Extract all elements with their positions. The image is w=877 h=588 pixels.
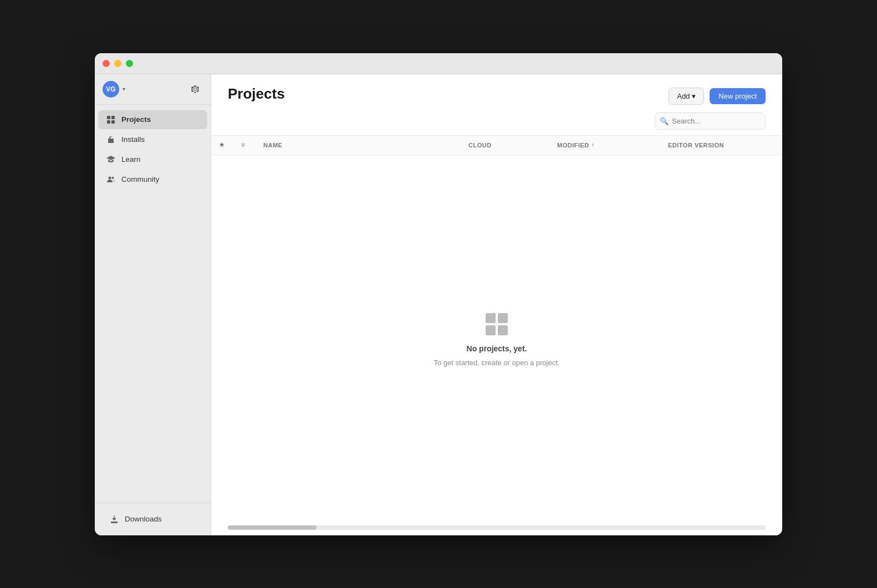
- empty-icon-cell-2: [498, 313, 508, 323]
- page-title: Projects: [228, 85, 285, 103]
- empty-state-subtitle: To get started, create or open a project…: [434, 359, 560, 367]
- branch-icon: ⑂: [241, 142, 246, 149]
- empty-state-icon: [486, 313, 508, 335]
- add-chevron-icon: ▾: [692, 92, 696, 100]
- star-icon: ★: [219, 141, 225, 149]
- new-project-button[interactable]: New project: [710, 88, 766, 104]
- svg-point-5: [112, 177, 114, 179]
- grid-icon: [106, 115, 116, 125]
- main-header: Projects Add ▾ New project: [211, 74, 782, 105]
- sidebar-item-learn[interactable]: Learn: [98, 150, 207, 169]
- close-button[interactable]: [103, 60, 110, 67]
- col-name-label: NAME: [263, 142, 282, 149]
- titlebar: [95, 53, 782, 74]
- svg-rect-3: [111, 120, 115, 124]
- app-window: VG ▾: [95, 53, 782, 535]
- sidebar: VG ▾: [95, 74, 211, 535]
- add-button[interactable]: Add ▾: [669, 88, 704, 105]
- sidebar-bottom: Downloads: [95, 503, 211, 535]
- svg-point-4: [109, 176, 111, 179]
- settings-button[interactable]: [187, 81, 203, 97]
- empty-icon-cell-1: [486, 313, 496, 323]
- learn-label: Learn: [121, 155, 141, 163]
- svg-rect-2: [107, 120, 110, 124]
- new-project-label: New project: [718, 92, 757, 100]
- svg-rect-6: [111, 522, 118, 523]
- col-header-editor-version[interactable]: EDITOR VERSION: [666, 142, 777, 149]
- add-label: Add: [677, 92, 690, 100]
- projects-label: Projects: [121, 115, 151, 124]
- chevron-down-icon: ▾: [123, 86, 125, 92]
- search-bar-row: 🔍: [211, 105, 782, 135]
- empty-state: No projects, yet. To get started, create…: [211, 155, 782, 525]
- traffic-lights: [103, 60, 133, 67]
- installs-label: Installs: [121, 135, 145, 144]
- col-header-name[interactable]: NAME: [261, 142, 466, 149]
- sidebar-top: VG ▾: [95, 74, 211, 105]
- col-header-modified[interactable]: MODIFIED ↑: [555, 142, 666, 149]
- scrollbar-thumb[interactable]: [228, 525, 317, 530]
- sort-arrow-icon: ↑: [592, 142, 595, 148]
- search-input[interactable]: [655, 113, 766, 130]
- download-icon: [109, 514, 119, 524]
- empty-icon-cell-3: [486, 325, 496, 335]
- maximize-button[interactable]: [126, 60, 133, 67]
- col-header-cloud[interactable]: CLOUD: [466, 142, 555, 149]
- search-container: 🔍: [655, 113, 766, 130]
- svg-marker-7: [113, 519, 116, 520]
- community-label: Community: [121, 175, 159, 183]
- sidebar-item-downloads[interactable]: Downloads: [101, 510, 204, 529]
- table-header: ★ ⑂ NAME CLOUD MODIFIED ↑: [211, 135, 782, 155]
- user-menu[interactable]: VG ▾: [103, 81, 125, 98]
- people-icon: [106, 175, 116, 185]
- col-modified-label: MODIFIED: [557, 142, 589, 149]
- col-cloud-label: CLOUD: [468, 142, 492, 149]
- avatar: VG: [103, 81, 119, 98]
- search-icon: 🔍: [660, 117, 669, 125]
- col-editor-version-label: EDITOR VERSION: [668, 142, 724, 149]
- mortarboard-icon: [106, 155, 116, 165]
- sidebar-nav: Projects Installs: [95, 105, 211, 503]
- col-header-star[interactable]: ★: [217, 141, 239, 149]
- sidebar-item-installs[interactable]: Installs: [98, 130, 207, 149]
- sidebar-item-community[interactable]: Community: [98, 170, 207, 189]
- main-content: Projects Add ▾ New project 🔍: [211, 74, 782, 535]
- svg-rect-1: [111, 116, 115, 119]
- app-body: VG ▾: [95, 74, 782, 535]
- table-container: ★ ⑂ NAME CLOUD MODIFIED ↑: [211, 135, 782, 525]
- empty-state-title: No projects, yet.: [467, 344, 527, 353]
- lock-icon: [106, 135, 116, 145]
- scrollbar-track[interactable]: [228, 525, 766, 530]
- downloads-label: Downloads: [125, 515, 162, 523]
- sidebar-item-projects[interactable]: Projects: [98, 110, 207, 129]
- svg-rect-0: [107, 116, 110, 119]
- minimize-button[interactable]: [114, 60, 121, 67]
- header-actions: Add ▾ New project: [669, 88, 766, 105]
- col-header-branch[interactable]: ⑂: [239, 142, 261, 149]
- empty-icon-cell-4: [498, 325, 508, 335]
